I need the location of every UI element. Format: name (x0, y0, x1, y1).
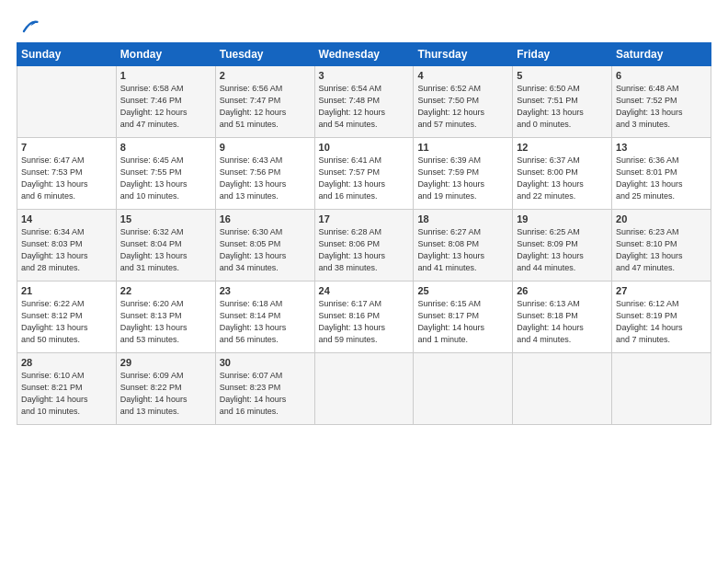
calendar-container: SundayMondayTuesdayWednesdayThursdayFrid… (0, 0, 728, 563)
day-number: 11 (417, 142, 508, 153)
day-number: 28 (21, 357, 112, 368)
calendar-cell (314, 353, 414, 425)
calendar-cell: 8Sunrise: 6:45 AM Sunset: 7:55 PM Daylig… (116, 138, 215, 210)
calendar-cell: 22Sunrise: 6:20 AM Sunset: 8:13 PM Dayli… (116, 282, 215, 353)
day-info: Sunrise: 6:54 AM Sunset: 7:48 PM Dayligh… (319, 83, 410, 131)
calendar-cell: 9Sunrise: 6:43 AM Sunset: 7:56 PM Daylig… (215, 138, 314, 210)
calendar-cell: 21Sunrise: 6:22 AM Sunset: 8:12 PM Dayli… (17, 282, 117, 353)
calendar-cell: 23Sunrise: 6:18 AM Sunset: 8:14 PM Dayli… (215, 282, 314, 353)
calendar-cell: 2Sunrise: 6:56 AM Sunset: 7:47 PM Daylig… (215, 66, 314, 138)
day-info: Sunrise: 6:22 AM Sunset: 8:12 PM Dayligh… (21, 298, 112, 346)
day-info: Sunrise: 6:37 AM Sunset: 8:00 PM Dayligh… (517, 155, 608, 202)
calendar-cell: 29Sunrise: 6:09 AM Sunset: 8:22 PM Dayli… (116, 353, 215, 425)
calendar-cell: 5Sunrise: 6:50 AM Sunset: 7:51 PM Daylig… (513, 66, 612, 138)
calendar-cell: 19Sunrise: 6:25 AM Sunset: 8:09 PM Dayli… (513, 210, 612, 282)
day-number: 8 (120, 142, 211, 153)
day-number: 4 (417, 70, 508, 81)
day-info: Sunrise: 6:15 AM Sunset: 8:17 PM Dayligh… (417, 298, 508, 346)
day-number: 26 (517, 285, 608, 296)
column-header-wednesday: Wednesday (314, 43, 414, 66)
day-number: 21 (21, 285, 112, 296)
day-info: Sunrise: 6:20 AM Sunset: 8:13 PM Dayligh… (120, 298, 211, 346)
day-number: 25 (417, 285, 508, 296)
calendar-cell: 13Sunrise: 6:36 AM Sunset: 8:01 PM Dayli… (612, 138, 711, 210)
day-number: 29 (120, 357, 211, 368)
calendar-cell: 10Sunrise: 6:41 AM Sunset: 7:57 PM Dayli… (314, 138, 414, 210)
day-number: 30 (220, 357, 311, 368)
day-number: 12 (517, 142, 608, 153)
day-info: Sunrise: 6:13 AM Sunset: 8:18 PM Dayligh… (517, 298, 608, 346)
calendar-cell: 1Sunrise: 6:58 AM Sunset: 7:46 PM Daylig… (116, 66, 215, 138)
day-number: 6 (616, 70, 707, 81)
calendar-week-row: 14Sunrise: 6:34 AM Sunset: 8:03 PM Dayli… (17, 210, 711, 282)
calendar-cell: 28Sunrise: 6:10 AM Sunset: 8:21 PM Dayli… (17, 353, 117, 425)
day-info: Sunrise: 6:39 AM Sunset: 7:59 PM Dayligh… (417, 155, 508, 202)
day-number: 1 (120, 70, 211, 81)
calendar-cell: 18Sunrise: 6:27 AM Sunset: 8:08 PM Dayli… (414, 210, 513, 282)
day-number: 17 (319, 213, 410, 224)
calendar-cell: 11Sunrise: 6:39 AM Sunset: 7:59 PM Dayli… (414, 138, 513, 210)
day-number: 16 (220, 213, 311, 224)
day-info: Sunrise: 6:47 AM Sunset: 7:53 PM Dayligh… (21, 155, 112, 202)
day-info: Sunrise: 6:23 AM Sunset: 8:10 PM Dayligh… (616, 226, 707, 274)
day-number: 5 (517, 70, 608, 81)
day-info: Sunrise: 6:41 AM Sunset: 7:57 PM Dayligh… (319, 155, 410, 202)
header (17, 17, 711, 37)
logo (17, 17, 39, 37)
calendar-week-row: 1Sunrise: 6:58 AM Sunset: 7:46 PM Daylig… (17, 66, 711, 138)
calendar-cell: 16Sunrise: 6:30 AM Sunset: 8:05 PM Dayli… (215, 210, 314, 282)
day-number: 10 (319, 142, 410, 153)
calendar-cell: 12Sunrise: 6:37 AM Sunset: 8:00 PM Dayli… (513, 138, 612, 210)
calendar-week-row: 28Sunrise: 6:10 AM Sunset: 8:21 PM Dayli… (17, 353, 711, 425)
day-number: 22 (120, 285, 211, 296)
day-number: 7 (21, 142, 112, 153)
day-info: Sunrise: 6:07 AM Sunset: 8:23 PM Dayligh… (220, 370, 311, 418)
calendar-cell: 6Sunrise: 6:48 AM Sunset: 7:52 PM Daylig… (612, 66, 711, 138)
calendar-cell (414, 353, 513, 425)
calendar-cell: 26Sunrise: 6:13 AM Sunset: 8:18 PM Dayli… (513, 282, 612, 353)
day-info: Sunrise: 6:12 AM Sunset: 8:19 PM Dayligh… (616, 298, 707, 346)
calendar-table: SundayMondayTuesdayWednesdayThursdayFrid… (17, 42, 711, 425)
day-number: 18 (417, 213, 508, 224)
calendar-cell: 17Sunrise: 6:28 AM Sunset: 8:06 PM Dayli… (314, 210, 414, 282)
day-info: Sunrise: 6:36 AM Sunset: 8:01 PM Dayligh… (616, 155, 707, 202)
day-info: Sunrise: 6:10 AM Sunset: 8:21 PM Dayligh… (21, 370, 112, 418)
day-info: Sunrise: 6:30 AM Sunset: 8:05 PM Dayligh… (220, 226, 311, 274)
calendar-cell: 14Sunrise: 6:34 AM Sunset: 8:03 PM Dayli… (17, 210, 117, 282)
day-info: Sunrise: 6:45 AM Sunset: 7:55 PM Dayligh… (120, 155, 211, 202)
calendar-cell (612, 353, 711, 425)
logo-icon (18, 17, 39, 37)
day-info: Sunrise: 6:34 AM Sunset: 8:03 PM Dayligh… (21, 226, 112, 274)
calendar-cell: 7Sunrise: 6:47 AM Sunset: 7:53 PM Daylig… (17, 138, 117, 210)
day-number: 19 (517, 213, 608, 224)
day-info: Sunrise: 6:58 AM Sunset: 7:46 PM Dayligh… (120, 83, 211, 131)
day-info: Sunrise: 6:56 AM Sunset: 7:47 PM Dayligh… (220, 83, 311, 131)
day-info: Sunrise: 6:27 AM Sunset: 8:08 PM Dayligh… (417, 226, 508, 274)
day-info: Sunrise: 6:48 AM Sunset: 7:52 PM Dayligh… (616, 83, 707, 131)
day-number: 2 (220, 70, 311, 81)
calendar-cell (513, 353, 612, 425)
day-info: Sunrise: 6:28 AM Sunset: 8:06 PM Dayligh… (319, 226, 410, 274)
calendar-week-row: 7Sunrise: 6:47 AM Sunset: 7:53 PM Daylig… (17, 138, 711, 210)
column-header-saturday: Saturday (612, 43, 711, 66)
calendar-cell: 25Sunrise: 6:15 AM Sunset: 8:17 PM Dayli… (414, 282, 513, 353)
calendar-week-row: 21Sunrise: 6:22 AM Sunset: 8:12 PM Dayli… (17, 282, 711, 353)
calendar-cell: 27Sunrise: 6:12 AM Sunset: 8:19 PM Dayli… (612, 282, 711, 353)
day-number: 3 (319, 70, 410, 81)
day-number: 24 (319, 285, 410, 296)
day-info: Sunrise: 6:32 AM Sunset: 8:04 PM Dayligh… (120, 226, 211, 274)
day-number: 20 (616, 213, 707, 224)
day-number: 13 (616, 142, 707, 153)
calendar-header-row: SundayMondayTuesdayWednesdayThursdayFrid… (17, 43, 711, 66)
day-number: 27 (616, 285, 707, 296)
calendar-cell (17, 66, 117, 138)
calendar-cell: 4Sunrise: 6:52 AM Sunset: 7:50 PM Daylig… (414, 66, 513, 138)
column-header-tuesday: Tuesday (215, 43, 314, 66)
column-header-sunday: Sunday (17, 43, 117, 66)
day-info: Sunrise: 6:43 AM Sunset: 7:56 PM Dayligh… (220, 155, 311, 202)
calendar-cell: 30Sunrise: 6:07 AM Sunset: 8:23 PM Dayli… (215, 353, 314, 425)
day-number: 9 (220, 142, 311, 153)
day-number: 15 (120, 213, 211, 224)
day-info: Sunrise: 6:18 AM Sunset: 8:14 PM Dayligh… (220, 298, 311, 346)
calendar-cell: 3Sunrise: 6:54 AM Sunset: 7:48 PM Daylig… (314, 66, 414, 138)
